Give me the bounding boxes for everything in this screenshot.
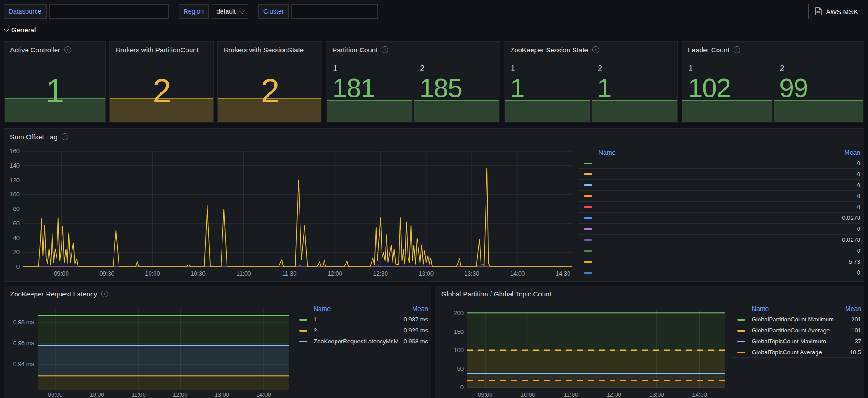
legend-series-mean: 5.73 [828, 258, 860, 265]
svg-text:120: 120 [10, 177, 20, 184]
stat-column: 21 [592, 42, 677, 122]
legend-series-swatch [584, 239, 592, 241]
legend-series-name: GlobalTopicCount Maximum [752, 338, 843, 345]
svg-text:09:00: 09:00 [54, 270, 69, 277]
legend-name-header[interactable]: Name [752, 305, 845, 312]
legend-series-swatch [584, 195, 592, 197]
zookeeper-latency-chart[interactable]: 09:0010:0011:0012:0013:0014:000.94 ms0.9… [6, 304, 298, 398]
legend-series-swatch [584, 261, 592, 263]
info-icon[interactable]: i [62, 133, 68, 140]
zookeeper-latency-legend: NameMean10.987 ms20.929 msZooKeeperReque… [293, 303, 428, 347]
legend-series-swatch [584, 272, 592, 274]
svg-text:12:30: 12:30 [373, 270, 388, 277]
panel-title[interactable]: Brokers with PartitionCount [116, 46, 199, 54]
svg-text:14:00: 14:00 [692, 391, 707, 398]
legend-name-header[interactable]: Name [314, 305, 412, 312]
stat-panel-header: ZooKeeper Session Statei [510, 46, 599, 54]
stat-value: 102 [688, 77, 731, 98]
global-partition-legend: NameMeanGlobalPartitionCount Maximum201G… [731, 303, 861, 358]
legend-mean-header[interactable]: Mean [412, 305, 428, 312]
stat-column: 2 [110, 42, 213, 122]
panel-title[interactable]: Brokers with SessionState [224, 46, 304, 54]
legend-row[interactable]: 0 [578, 158, 860, 169]
legend-row[interactable]: 0 [578, 267, 860, 278]
legend-series-swatch [299, 341, 307, 342]
svg-text:12:00: 12:00 [606, 391, 621, 398]
stat-sparkline-fill [110, 98, 213, 122]
stat-columns: 2 [110, 42, 213, 122]
stat-column: 11 [505, 42, 590, 122]
panel-title[interactable]: Active Controller [10, 46, 60, 54]
svg-text:20: 20 [13, 249, 20, 255]
legend-series-mean: 0 [828, 182, 860, 189]
sum-offset-lag-chart[interactable]: 09:0009:3010:0010:3011:0011:3012:0012:30… [7, 145, 577, 280]
svg-text:09:00: 09:00 [48, 391, 63, 398]
stat-value: 181 [332, 77, 375, 98]
stat-value: 1 [597, 77, 611, 98]
svg-text:40: 40 [13, 235, 20, 241]
chevron-down-icon [239, 8, 245, 14]
legend-header: NameMean [578, 147, 860, 158]
svg-text:0.94 ms: 0.94 ms [13, 361, 35, 367]
region-select[interactable]: default [212, 4, 248, 19]
legend-row[interactable]: ZooKeeperRequestLatencyMsMean0.958 ms [293, 336, 428, 347]
legend-row[interactable]: GlobalPartitionCount Average101 [731, 325, 861, 336]
stat-sparkline-fill [774, 100, 864, 122]
panel-title[interactable]: Partition Count [332, 46, 377, 54]
panel-title[interactable]: ZooKeeper Request Latency [10, 290, 97, 298]
legend-header: NameMean [293, 303, 428, 314]
aws-msk-dashboard-button[interactable]: AWS MSK [808, 4, 864, 19]
svg-text:200: 200 [454, 310, 464, 316]
info-icon[interactable]: i [592, 46, 599, 53]
stat-value: 1 [510, 77, 524, 98]
stat-column: 1 [5, 42, 105, 122]
panel-title[interactable]: ZooKeeper Session State [510, 46, 588, 54]
stat-panel-header: Leader Counti [688, 46, 740, 54]
legend-name-header[interactable]: Name [599, 149, 844, 156]
legend-row[interactable]: 0.0278 [578, 213, 860, 224]
svg-text:14:30: 14:30 [556, 270, 571, 277]
svg-text:13:00: 13:00 [649, 391, 664, 398]
svg-text:160: 160 [10, 148, 20, 154]
stat-panel-header: Brokers with SessionState [224, 46, 304, 54]
global-partition-chart[interactable]: 09:0010:0011:0012:0013:0014:000501001502… [439, 304, 735, 398]
info-icon[interactable]: i [382, 46, 388, 53]
row-general[interactable]: General [5, 26, 36, 34]
panel-title[interactable]: Leader Count [688, 46, 729, 54]
datasource-input[interactable] [49, 4, 169, 19]
legend-row[interactable]: GlobalTopicCount Average18.5 [731, 347, 861, 358]
panel-global-partition-topic-count: Global Partition / Global Topic Count 09… [435, 286, 864, 398]
row-general-title: General [11, 26, 36, 34]
info-icon[interactable]: i [64, 46, 71, 53]
legend-row[interactable]: GlobalTopicCount Maximum37 [731, 336, 861, 347]
legend-series-mean: 0.987 ms [399, 316, 428, 323]
info-icon[interactable]: i [101, 291, 108, 297]
legend-mean-header[interactable]: Mean [845, 305, 861, 312]
panel-title[interactable]: Global Partition / Global Topic Count [441, 290, 552, 298]
legend-row[interactable]: 0 [578, 180, 860, 191]
legend-row[interactable]: 5.73 [578, 256, 860, 267]
panel-title[interactable]: Sum Offset Lag [10, 133, 57, 141]
legend-row[interactable]: 0 [578, 169, 860, 180]
legend-series-name: GlobalPartitionCount Average [752, 327, 843, 334]
legend-row[interactable]: 0 [578, 224, 860, 235]
legend-row[interactable]: 0 [578, 202, 860, 213]
cluster-input[interactable] [291, 4, 378, 19]
stat-series-label: 2 [598, 64, 602, 73]
svg-text:0.96 ms: 0.96 ms [13, 340, 35, 347]
dashboard-submenu: Datasource Region default Cluster AWS MS… [4, 4, 864, 19]
legend-row[interactable]: 0 [578, 245, 860, 256]
legend-series-name: ZooKeeperRequestLatencyMsMean [314, 338, 399, 345]
legend-series-swatch [299, 330, 307, 332]
legend-row[interactable]: 10.987 ms [293, 314, 428, 325]
legend-row[interactable]: 0 [578, 191, 860, 202]
svg-text:100: 100 [10, 191, 20, 198]
info-icon[interactable]: i [734, 46, 740, 53]
legend-row[interactable]: 0.0278 [578, 235, 860, 245]
legend-row[interactable]: 20.929 ms [293, 325, 428, 336]
legend-series-mean: 0 [828, 171, 860, 178]
legend-row[interactable]: GlobalPartitionCount Maximum201 [731, 314, 861, 325]
svg-text:10:00: 10:00 [145, 270, 160, 277]
legend-mean-header[interactable]: Mean [844, 149, 860, 156]
legend-series-mean: 0 [828, 269, 860, 276]
